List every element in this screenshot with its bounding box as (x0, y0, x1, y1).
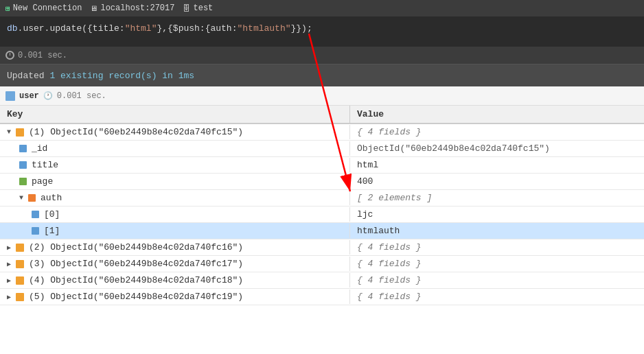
expand-arrow[interactable]: ▶ (7, 260, 11, 268)
row-key: ▼ auth (0, 191, 350, 205)
table-header: Key Value (0, 106, 644, 124)
key-text: [0] (44, 209, 60, 220)
result-banner: Updated 1 existing record(s) in 1ms (0, 64, 644, 86)
query-text: db.user.update({title:"html"},{$push:{au… (7, 23, 312, 34)
value-text: { 4 fields } (357, 292, 422, 302)
table-row[interactable]: [1] htmlauth (0, 223, 644, 239)
db-item[interactable]: 🗄 test (183, 3, 213, 13)
expand-arrow[interactable]: ▼ (7, 128, 11, 136)
key-text: (5) ObjectId("60eb2449b8e4c02da740fc19") (29, 292, 243, 302)
str-icon (32, 227, 39, 235)
host-item[interactable]: 🖥 localhost:27017 (90, 3, 174, 13)
row-key: ▶ (2) ObjectId("60eb2449b8e4c02da740fc16… (0, 240, 350, 255)
collection-icon (5, 91, 15, 101)
row-value: html (350, 158, 644, 172)
table-row[interactable]: ▼ (1) ObjectId("60eb2449b8e4c02da740fc15… (0, 124, 644, 141)
table-row[interactable]: _id ObjectId("60eb2449b8e4c02da740fc15") (0, 141, 644, 157)
doc-icon (16, 260, 24, 268)
table-row[interactable]: [0] ljc (0, 206, 644, 223)
value-text: ObjectId("60eb2449b8e4c02da740fc15") (357, 143, 550, 154)
str-icon (19, 145, 27, 152)
source-duration: 0.001 sec. (57, 91, 106, 101)
row-value: ObjectId("60eb2449b8e4c02da740fc15") (350, 141, 644, 156)
result-count: 1 existing record(s) in (49, 71, 178, 81)
doc-icon (16, 128, 24, 137)
row-value: { 4 fields } (350, 257, 644, 271)
result-time: 1ms (179, 71, 194, 81)
num-icon (19, 178, 27, 185)
value-text: { 4 fields } (357, 242, 422, 252)
value-text: ljc (357, 209, 373, 220)
value-text: 400 (357, 176, 373, 187)
value-text: { 4 fields } (357, 127, 422, 137)
clock-icon (5, 51, 14, 60)
expand-arrow[interactable]: ▼ (19, 194, 23, 202)
arr-icon (28, 194, 36, 202)
row-key: ▶ (3) ObjectId("60eb2449b8e4c02da740fc17… (0, 257, 350, 271)
expand-arrow[interactable]: ▶ (7, 244, 11, 252)
row-value: ljc (350, 207, 644, 222)
value-text: { 4 fields } (357, 259, 422, 269)
key-text: page (32, 176, 53, 187)
key-text: [1] (44, 226, 60, 236)
table-row[interactable]: page 400 (0, 174, 644, 190)
updated-word: Updated (7, 71, 45, 81)
source-row: user 🕐 0.001 sec. (0, 86, 644, 106)
row-value: { 4 fields } (350, 290, 644, 304)
key-text: _id (32, 143, 47, 154)
top-bar: ⊞ New Connection 🖥 localhost:27017 🗄 tes… (0, 0, 644, 16)
timer-row: 0.001 sec. (0, 47, 644, 64)
table-row[interactable]: ▶ (3) ObjectId("60eb2449b8e4c02da740fc17… (0, 256, 644, 272)
key-text: auth (41, 193, 62, 203)
row-key: [0] (0, 207, 350, 222)
row-value: 400 (350, 174, 644, 189)
row-value: { 4 fields } (350, 240, 644, 255)
row-value: htmlauth (350, 224, 644, 238)
doc-icon (16, 293, 24, 301)
table-scroll[interactable]: ▼ (1) ObjectId("60eb2449b8e4c02da740fc15… (0, 124, 644, 305)
new-connection-item[interactable]: ⊞ New Connection (5, 3, 82, 13)
table-area: Key Value ▼ (1) ObjectId("60eb2449b8e4c0… (0, 106, 644, 354)
host-icon: 🖥 (90, 4, 97, 13)
value-text: html (357, 160, 378, 170)
col-value-header: Value (350, 106, 644, 123)
value-text: htmlauth (357, 226, 400, 236)
value-text: [ 2 elements ] (357, 193, 432, 203)
results-section: user 🕐 0.001 sec. Key Value ▼ (1) Object… (0, 86, 644, 354)
row-value: { 4 fields } (350, 273, 644, 287)
table-row[interactable]: ▶ (4) ObjectId("60eb2449b8e4c02da740fc18… (0, 272, 644, 289)
row-value: [ 2 elements ] (350, 191, 644, 205)
table-row[interactable]: ▼ auth [ 2 elements ] (0, 190, 644, 206)
col-key-header: Key (0, 106, 350, 123)
table-row[interactable]: title html (0, 157, 644, 174)
value-text: { 4 fields } (357, 275, 422, 285)
timer-text: 0.001 sec. (18, 51, 67, 60)
table-row[interactable]: ▶ (5) ObjectId("60eb2449b8e4c02da740fc19… (0, 289, 644, 305)
row-value: { 4 fields } (350, 125, 644, 139)
row-key: ▶ (5) ObjectId("60eb2449b8e4c02da740fc19… (0, 290, 350, 304)
row-key: ▼ (1) ObjectId("60eb2449b8e4c02da740fc15… (0, 125, 350, 139)
doc-icon (16, 276, 24, 285)
row-key: title (0, 158, 350, 172)
query-area[interactable]: db.user.update({title:"html"},{$push:{au… (0, 16, 644, 47)
host-label: localhost:27017 (100, 3, 174, 13)
str-icon (32, 211, 39, 218)
row-key: [1] (0, 224, 350, 238)
doc-icon (16, 244, 24, 252)
table-row[interactable]: ▶ (2) ObjectId("60eb2449b8e4c02da740fc16… (0, 239, 644, 256)
result-text: Updated 1 existing record(s) in 1ms (7, 71, 194, 81)
row-key: _id (0, 141, 350, 156)
new-connection-label: New Connection (13, 3, 82, 13)
collection-name: user (19, 91, 39, 101)
db-icon: 🗄 (183, 4, 190, 13)
row-key: ▶ (4) ObjectId("60eb2449b8e4c02da740fc18… (0, 273, 350, 287)
key-text: title (32, 160, 58, 170)
expand-arrow[interactable]: ▶ (7, 293, 11, 301)
connection-icon: ⊞ (5, 4, 10, 13)
key-text: (4) ObjectId("60eb2449b8e4c02da740fc18") (29, 275, 243, 285)
main-container: ⊞ New Connection 🖥 localhost:27017 🗄 tes… (0, 0, 644, 354)
expand-arrow[interactable]: ▶ (7, 276, 11, 285)
str-icon (19, 161, 27, 169)
key-text: (2) ObjectId("60eb2449b8e4c02da740fc16") (29, 242, 243, 252)
db-label: test (193, 3, 213, 13)
